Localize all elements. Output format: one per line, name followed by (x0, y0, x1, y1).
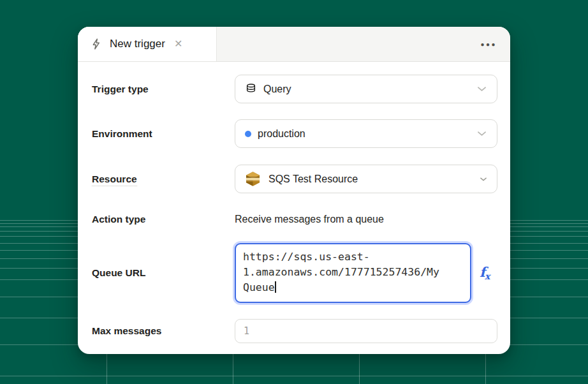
chevron-down-icon (476, 83, 488, 95)
trigger-form: Trigger type Query Environment pro (78, 62, 510, 343)
fx-expression-icon[interactable]: fx (480, 265, 490, 281)
max-messages-label: Max messages (92, 325, 235, 337)
more-menu-icon[interactable]: ●●● (480, 41, 497, 48)
environment-row: Environment production (92, 119, 497, 148)
resource-value: SQS Test Resource (268, 174, 358, 185)
chevron-down-icon (479, 175, 488, 184)
tab-new-trigger[interactable]: New trigger ✕ (78, 27, 217, 61)
new-trigger-panel: New trigger ✕ ●●● Trigger type Query (78, 27, 510, 354)
queue-url-row: Queue URL https://sqs.us-east- 1.amazona… (92, 243, 497, 303)
panel-header: New trigger ✕ ●●● (78, 27, 510, 62)
resource-row: Resource SQS Test Res (92, 165, 497, 193)
queue-url-input[interactable]: https://sqs.us-east- 1.amazonaws.com/177… (235, 243, 471, 303)
database-icon (245, 83, 257, 95)
resource-select[interactable]: SQS Test Resource (235, 165, 497, 193)
text-caret (275, 281, 276, 293)
max-messages-row: Max messages (92, 319, 497, 343)
chevron-down-icon (476, 128, 488, 140)
trigger-type-select[interactable]: Query (235, 75, 497, 103)
trigger-type-value: Query (263, 84, 291, 95)
close-icon[interactable]: ✕ (174, 39, 182, 49)
environment-select[interactable]: production (235, 119, 497, 148)
resource-label: Resource (92, 174, 137, 186)
tab-title: New trigger (110, 38, 165, 50)
environment-label: Environment (92, 128, 235, 140)
trigger-type-label: Trigger type (92, 84, 235, 95)
environment-dot-icon (245, 131, 251, 137)
action-type-value: Receive messages from a queue (235, 214, 384, 225)
action-type-label: Action type (92, 214, 235, 225)
trigger-type-row: Trigger type Query (92, 75, 497, 103)
action-type-row: Action type Receive messages from a queu… (92, 214, 497, 225)
environment-value: production (258, 128, 305, 140)
sqs-resource-icon (245, 171, 261, 187)
max-messages-input[interactable] (235, 319, 497, 343)
queue-url-label: Queue URL (92, 267, 235, 279)
lightning-icon (90, 38, 103, 50)
